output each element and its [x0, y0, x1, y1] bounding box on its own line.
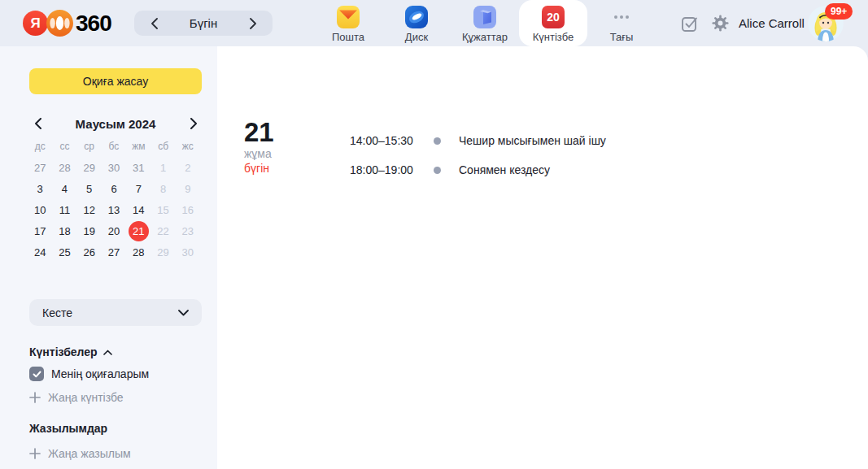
plus-icon: [29, 448, 41, 459]
calendars-section-title: Күнтізбелер: [29, 345, 98, 358]
app-label: Тағы: [610, 31, 634, 43]
event-color-dot: [434, 137, 441, 145]
calendar-checkbox[interactable]: [29, 367, 44, 381]
calendar-day[interactable]: 29: [77, 157, 102, 178]
view-mode-select[interactable]: Кесте: [29, 299, 202, 326]
app-tab-mail[interactable]: Пошта: [314, 0, 382, 46]
next-month-button[interactable]: [185, 115, 202, 132]
logo-360-text: 360: [76, 11, 111, 37]
chevron-down-icon: [178, 310, 189, 316]
calendar-day-selected[interactable]: 21: [126, 220, 150, 241]
settings-gear-icon[interactable]: [711, 14, 730, 33]
prev-day-button[interactable]: [145, 15, 163, 33]
calendar-day[interactable]: 8: [150, 178, 175, 199]
app-label: Пошта: [332, 31, 364, 43]
calendar-day[interactable]: 18: [52, 220, 76, 241]
calendar-list-item[interactable]: Менің оқиғаларым: [29, 365, 202, 383]
calendar-day[interactable]: 30: [102, 157, 126, 178]
main-schedule-panel: 21 жұма бүгін 14:00–15:30Чешир мысығымен…: [217, 46, 868, 469]
app-tab-calendar[interactable]: 20 Күнтізбе: [519, 0, 587, 46]
add-subscription-button[interactable]: Жаңа жазылым: [29, 445, 131, 462]
date-navigation: Бүгін: [134, 11, 273, 36]
app-tab-more[interactable]: Тағы: [587, 0, 656, 46]
documents-icon: [473, 6, 496, 28]
header: Я 360 Бүгін Пошта: [0, 0, 868, 46]
calendar-day[interactable]: 29: [150, 241, 175, 263]
event-time: 14:00–15:30: [350, 134, 434, 147]
calendar-day[interactable]: 26: [77, 241, 102, 263]
add-calendar-label: Жаңа күнтізбе: [48, 391, 124, 404]
calendar-day[interactable]: 14: [126, 199, 150, 220]
app-switcher: Пошта Диск Құжаттар: [314, 0, 656, 46]
subscriptions-section-header: Жазылымдар: [29, 422, 107, 435]
calendar-day[interactable]: 24: [28, 241, 52, 263]
calendar-day[interactable]: 23: [176, 220, 200, 241]
sidebar: Оқиға жасау Маусым 2024 дссссрбсжмсбжс 2…: [0, 46, 217, 469]
calendar-day[interactable]: 10: [28, 199, 52, 220]
calendar-day[interactable]: 30: [176, 241, 200, 263]
create-event-button[interactable]: Оқиға жасау: [29, 68, 202, 94]
calendar-day[interactable]: 16: [176, 199, 200, 220]
calendar-day[interactable]: 25: [52, 241, 76, 263]
calendar-day[interactable]: 9: [176, 178, 200, 199]
weekday-row: дссссрбсжмсбжс: [28, 139, 200, 154]
date-day-number: 21: [244, 119, 274, 146]
calendar-day[interactable]: 12: [77, 199, 102, 220]
weekday-label: сб: [150, 139, 175, 154]
event-time: 18:00–19:00: [350, 163, 434, 176]
notification-badge: 99+: [825, 3, 853, 20]
calendar-name: Менің оқиғаларым: [51, 367, 149, 380]
calendar-day[interactable]: 2: [176, 157, 200, 178]
event-row[interactable]: 14:00–15:30Чешир мысығымен шай ішу: [350, 126, 854, 155]
event-title: Сонямен кездесу: [459, 163, 550, 176]
app-tab-documents[interactable]: Құжаттар: [451, 0, 519, 46]
date-weekday: жұма: [244, 147, 274, 160]
add-calendar-button[interactable]: Жаңа күнтізбе: [29, 389, 124, 406]
calendar-day[interactable]: 3: [28, 178, 52, 199]
mail-icon: [337, 6, 360, 28]
plus-icon: [29, 392, 41, 403]
date-today-label: бүгін: [244, 162, 274, 175]
calendar-day[interactable]: 6: [102, 178, 126, 199]
next-day-button[interactable]: [244, 15, 262, 33]
weekday-label: ср: [77, 139, 102, 154]
weekday-label: дс: [28, 139, 52, 154]
tasks-button[interactable]: [680, 14, 699, 33]
app-label: Құжаттар: [462, 31, 508, 43]
calendar-day[interactable]: 27: [102, 241, 126, 263]
yandex-360-logo[interactable]: Я 360: [23, 10, 111, 37]
subscriptions-section-title: Жазылымдар: [29, 422, 107, 435]
calendars-section-header[interactable]: Күнтізбелер: [29, 345, 112, 358]
event-row[interactable]: 18:00–19:00Сонямен кездесу: [350, 155, 854, 185]
prev-month-button[interactable]: [29, 115, 46, 132]
event-list: 14:00–15:30Чешир мысығымен шай ішу18:00–…: [350, 126, 854, 185]
calendar-day[interactable]: 31: [126, 157, 150, 178]
calendar-list: Менің оқиғаларым: [29, 365, 202, 383]
calendar-day[interactable]: 22: [150, 220, 175, 241]
calendar-day[interactable]: 27: [28, 157, 52, 178]
disk-icon: [405, 6, 428, 28]
360-logo-icon: [46, 10, 73, 37]
calendar-day[interactable]: 17: [28, 220, 52, 241]
calendar-day[interactable]: 11: [52, 199, 76, 220]
calendar-day[interactable]: 19: [77, 220, 102, 241]
yandex-logo-icon: Я: [23, 11, 48, 36]
more-icon: [610, 6, 633, 28]
weekday-label: жм: [126, 139, 150, 154]
calendar-day[interactable]: 28: [126, 241, 150, 263]
calendar-day[interactable]: 15: [150, 199, 175, 220]
calendar-day[interactable]: 7: [126, 178, 150, 199]
calendar-day[interactable]: 5: [77, 178, 102, 199]
today-button[interactable]: Бүгін: [190, 16, 217, 30]
event-color-dot: [434, 167, 441, 174]
calendar-day[interactable]: 13: [102, 199, 126, 220]
app-label: Диск: [405, 31, 428, 43]
mini-calendar-nav: Маусым 2024: [29, 115, 202, 132]
app-tab-disk[interactable]: Диск: [382, 0, 451, 46]
calendar-day[interactable]: 1: [150, 157, 175, 178]
event-title: Чешир мысығымен шай ішу: [459, 134, 606, 147]
calendar-day[interactable]: 4: [52, 178, 76, 199]
calendar-day[interactable]: 20: [102, 220, 126, 241]
user-name[interactable]: Alice Carroll: [739, 16, 805, 30]
calendar-day[interactable]: 28: [52, 157, 76, 178]
